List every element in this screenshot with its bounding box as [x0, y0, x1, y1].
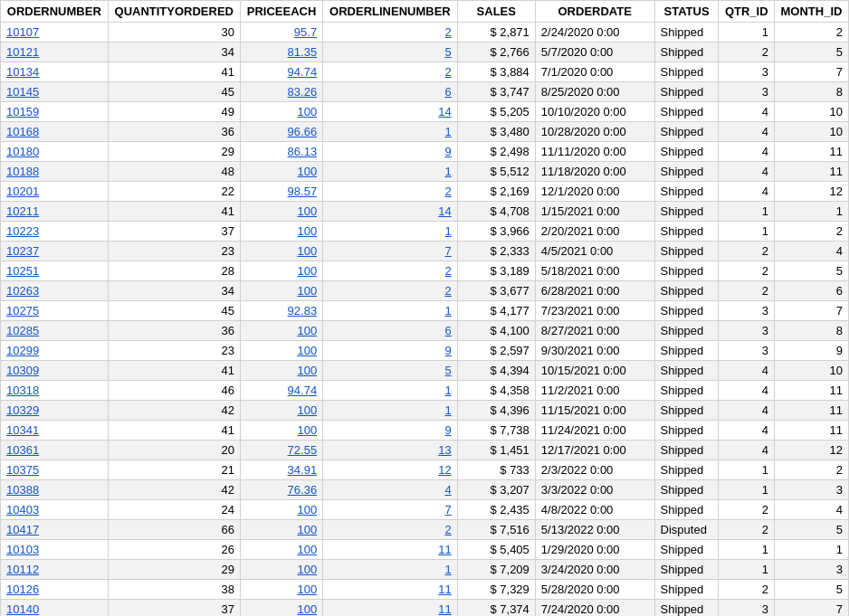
cell-order[interactable]: 10201 — [1, 182, 109, 202]
cell-line[interactable]: 5 — [323, 361, 458, 381]
cell-month: 4 — [774, 500, 848, 520]
cell-order[interactable]: 10103 — [1, 540, 109, 560]
cell-line[interactable]: 6 — [323, 321, 458, 341]
cell-price[interactable]: 76.36 — [240, 480, 322, 500]
cell-price[interactable]: 34.91 — [240, 460, 322, 480]
cell-line[interactable]: 1 — [323, 381, 458, 401]
cell-order[interactable]: 10309 — [1, 361, 109, 381]
cell-line[interactable]: 1 — [323, 301, 458, 321]
cell-line[interactable]: 1 — [323, 401, 458, 421]
cell-line[interactable]: 2 — [323, 182, 458, 202]
cell-price[interactable]: 100 — [240, 600, 322, 617]
cell-line[interactable]: 2 — [323, 281, 458, 301]
cell-line[interactable]: 5 — [323, 43, 458, 62]
cell-order[interactable]: 10375 — [1, 460, 109, 480]
cell-line[interactable]: 2 — [323, 23, 458, 43]
cell-price[interactable]: 100 — [240, 102, 322, 122]
cell-line[interactable]: 7 — [323, 500, 458, 520]
cell-order[interactable]: 10168 — [1, 122, 109, 142]
cell-qty: 24 — [108, 500, 240, 520]
cell-line[interactable]: 1 — [323, 560, 458, 580]
cell-order[interactable]: 10318 — [1, 381, 109, 401]
cell-order[interactable]: 10112 — [1, 560, 109, 580]
cell-line[interactable]: 6 — [323, 82, 458, 102]
cell-line[interactable]: 9 — [323, 421, 458, 441]
cell-price[interactable]: 72.55 — [240, 441, 322, 460]
cell-line[interactable]: 13 — [323, 441, 458, 460]
cell-order[interactable]: 10361 — [1, 441, 109, 460]
cell-price[interactable]: 94.74 — [240, 381, 322, 401]
cell-price[interactable]: 100 — [240, 261, 322, 281]
cell-line[interactable]: 9 — [323, 341, 458, 361]
cell-order[interactable]: 10188 — [1, 162, 109, 182]
cell-order[interactable]: 10223 — [1, 222, 109, 242]
cell-price[interactable]: 86.13 — [240, 142, 322, 162]
cell-price[interactable]: 100 — [240, 361, 322, 381]
cell-line[interactable]: 1 — [323, 222, 458, 242]
cell-price[interactable]: 100 — [240, 242, 322, 261]
cell-line[interactable]: 11 — [323, 580, 458, 600]
cell-order[interactable]: 10211 — [1, 202, 109, 222]
cell-price[interactable]: 100 — [240, 500, 322, 520]
cell-month: 11 — [774, 162, 848, 182]
cell-line[interactable]: 14 — [323, 202, 458, 222]
cell-line[interactable]: 2 — [323, 62, 458, 82]
cell-order[interactable]: 10126 — [1, 580, 109, 600]
cell-price[interactable]: 100 — [240, 162, 322, 182]
cell-price[interactable]: 94.74 — [240, 62, 322, 82]
cell-order[interactable]: 10263 — [1, 281, 109, 301]
cell-order[interactable]: 10121 — [1, 43, 109, 62]
cell-price[interactable]: 81.35 — [240, 43, 322, 62]
cell-line[interactable]: 11 — [323, 600, 458, 617]
cell-order[interactable]: 10140 — [1, 600, 109, 617]
cell-price[interactable]: 98.57 — [240, 182, 322, 202]
cell-line[interactable]: 7 — [323, 242, 458, 261]
cell-order[interactable]: 10159 — [1, 102, 109, 122]
cell-status: Shipped — [654, 460, 719, 480]
cell-line[interactable]: 2 — [323, 261, 458, 281]
cell-order[interactable]: 10180 — [1, 142, 109, 162]
cell-price[interactable]: 100 — [240, 281, 322, 301]
cell-price[interactable]: 100 — [240, 520, 322, 540]
cell-order[interactable]: 10299 — [1, 341, 109, 361]
cell-order[interactable]: 10341 — [1, 421, 109, 441]
cell-order[interactable]: 10237 — [1, 242, 109, 261]
cell-sales: $ 2,498 — [457, 142, 535, 162]
col-header-f: ORDERDATE — [535, 1, 654, 23]
cell-order[interactable]: 10107 — [1, 23, 109, 43]
cell-line[interactable]: 14 — [323, 102, 458, 122]
cell-line[interactable]: 4 — [323, 480, 458, 500]
cell-order[interactable]: 10285 — [1, 321, 109, 341]
cell-price[interactable]: 83.26 — [240, 82, 322, 102]
cell-price[interactable]: 100 — [240, 560, 322, 580]
cell-line[interactable]: 1 — [323, 162, 458, 182]
cell-price[interactable]: 100 — [240, 540, 322, 560]
cell-price[interactable]: 100 — [240, 321, 322, 341]
cell-price[interactable]: 100 — [240, 341, 322, 361]
cell-price[interactable]: 95.7 — [240, 23, 322, 43]
cell-line[interactable]: 1 — [323, 122, 458, 142]
cell-order[interactable]: 10388 — [1, 480, 109, 500]
cell-order[interactable]: 10145 — [1, 82, 109, 102]
cell-price[interactable]: 100 — [240, 580, 322, 600]
cell-line[interactable]: 2 — [323, 520, 458, 540]
cell-price[interactable]: 92.83 — [240, 301, 322, 321]
cell-order[interactable]: 10251 — [1, 261, 109, 281]
cell-line[interactable]: 9 — [323, 142, 458, 162]
table-row: 10134 41 94.74 2 $ 3,884 7/1/2020 0:00 S… — [1, 62, 849, 82]
cell-sales: $ 2,169 — [457, 182, 535, 202]
cell-sales: $ 5,405 — [457, 540, 535, 560]
cell-price[interactable]: 96.66 — [240, 122, 322, 142]
cell-price[interactable]: 100 — [240, 202, 322, 222]
cell-price[interactable]: 100 — [240, 421, 322, 441]
cell-line[interactable]: 11 — [323, 540, 458, 560]
cell-order[interactable]: 10134 — [1, 62, 109, 82]
cell-price[interactable]: 100 — [240, 401, 322, 421]
cell-order[interactable]: 10403 — [1, 500, 109, 520]
cell-line[interactable]: 12 — [323, 460, 458, 480]
cell-order[interactable]: 10275 — [1, 301, 109, 321]
cell-order[interactable]: 10417 — [1, 520, 109, 540]
cell-order[interactable]: 10329 — [1, 401, 109, 421]
cell-date: 2/20/2021 0:00 — [535, 222, 654, 242]
cell-price[interactable]: 100 — [240, 222, 322, 242]
